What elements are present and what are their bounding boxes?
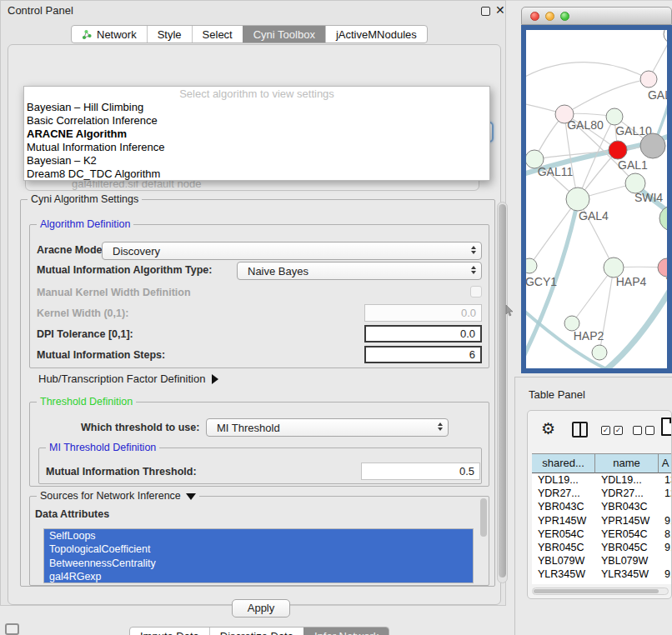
table-header-row: shared...nameA: [532, 454, 672, 473]
node-label: SWI4: [634, 191, 663, 204]
algorithm-option[interactable]: Dream8 DC_TDC Algorithm: [24, 168, 489, 181]
close-traffic-light-icon[interactable]: [530, 12, 539, 21]
algorithm-option[interactable]: Basic Correlation Inference: [24, 114, 489, 128]
table-cell: YER054C: [532, 528, 595, 541]
group-title: MI Threshold Definition: [46, 442, 159, 453]
float-window-icon[interactable]: [481, 7, 490, 16]
algorithm-option[interactable]: Mutual Information Inference: [24, 141, 489, 154]
table-cell: YDL19...: [532, 473, 595, 487]
mi-steps-field[interactable]: 6: [364, 346, 482, 363]
aracne-mode-select[interactable]: Discovery: [102, 242, 482, 260]
column-layout-icon[interactable]: [572, 422, 588, 438]
table-row[interactable]: YBR043CYBR043C: [532, 500, 672, 513]
cyni-toolbox-panel: gal4filtered.sif default node Select alg…: [8, 44, 501, 605]
network-node[interactable]: [606, 108, 623, 125]
algorithm-option[interactable]: Bayesian – Hill Climbing: [24, 101, 489, 114]
table-horizontal-scrollbar[interactable]: [532, 588, 669, 595]
network-window-titlebar[interactable]: [521, 7, 672, 25]
which-threshold-label: Which threshold to use:: [81, 422, 199, 433]
gear-icon[interactable]: ⚙: [541, 419, 555, 438]
network-node[interactable]: [592, 345, 607, 360]
select-all-columns-icon[interactable]: ✓ ✓: [601, 426, 623, 435]
table-row[interactable]: YBL079WYBL079W: [532, 554, 672, 568]
tab-infer-network[interactable]: Infer Network: [303, 628, 389, 635]
tab-discretize-data[interactable]: Discretize Data: [209, 628, 303, 635]
network-node[interactable]: [566, 188, 589, 211]
algorithm-option[interactable]: Bayesian – K2: [24, 154, 489, 168]
table-cell: YLR345W: [532, 568, 595, 581]
network-node[interactable]: [640, 133, 665, 158]
data-attribute-item[interactable]: TopologicalCoefficient: [44, 542, 473, 556]
table-cell: YBL079W: [595, 554, 659, 568]
table-row[interactable]: YIL052CYIL052C0.: [532, 582, 672, 585]
checked-box-icon: ✓: [614, 426, 623, 435]
deselect-all-columns-icon[interactable]: [633, 426, 654, 435]
table-toolbar: ⚙ ✓ ✓: [528, 411, 671, 451]
network-node[interactable]: [658, 258, 667, 277]
table-cell: YPR145W: [532, 514, 595, 528]
table-cell: YBR045C: [595, 541, 659, 554]
network-node[interactable]: [659, 206, 667, 231]
minimize-traffic-light-icon[interactable]: [545, 12, 554, 21]
table-row[interactable]: YBR045CYBR045C9.: [532, 541, 672, 554]
data-attribute-item[interactable]: SelfLoops: [44, 529, 473, 542]
network-node[interactable]: [609, 141, 627, 159]
tab-cyni-toolbox[interactable]: Cyni Toolbox: [243, 26, 325, 42]
minimized-panel-icon[interactable]: [5, 623, 19, 635]
collapse-arrow-icon: [186, 493, 196, 500]
network-node[interactable]: [526, 258, 537, 273]
new-table-icon[interactable]: [661, 418, 672, 436]
algorithm-option[interactable]: ARACNE Algorithm: [24, 128, 489, 141]
column-header[interactable]: name: [595, 454, 659, 473]
table-row[interactable]: YDL19...YDL19...13: [532, 473, 672, 487]
settings-scrollbar[interactable]: [497, 202, 508, 583]
table-cell: YBR043C: [595, 500, 659, 513]
table-cell: YDL19...: [595, 473, 659, 487]
cyni-bottom-tab-bar: Impute DataDiscretize DataInfer Network: [129, 627, 389, 635]
table-row[interactable]: YLR345WYLR345W9.: [532, 568, 672, 581]
table-cell: 8.: [659, 528, 672, 541]
data-attribute-item[interactable]: gal4RGexp: [44, 570, 473, 583]
network-canvas[interactable]: GALGAL80GAL10GAL1GAL11SWI4GAL4GCY1HAP4YH…: [521, 25, 672, 373]
table-cell: 0.: [659, 582, 672, 585]
tab-label: Discretize Data: [220, 630, 293, 635]
scrollbar-thumb[interactable]: [534, 589, 659, 593]
table-row[interactable]: YDR27...YDR27...12: [532, 487, 672, 500]
node-label: Y: [665, 275, 667, 288]
scrollbar-thumb[interactable]: [499, 204, 506, 578]
threshold-definition-group: Threshold Definition Which threshold to …: [29, 402, 489, 487]
manual-kernel-checkbox[interactable]: [470, 286, 482, 298]
column-header[interactable]: A: [659, 454, 672, 473]
list-scrollbar[interactable]: [480, 498, 487, 537]
selected-value: Naive Bayes: [248, 265, 308, 278]
node-label: GAL1: [618, 158, 648, 172]
column-header[interactable]: shared...: [532, 454, 595, 473]
tab-label: Network: [97, 28, 137, 41]
sources-group: Sources for Network Inference Data Attri…: [29, 496, 489, 586]
tab-select[interactable]: Select: [192, 26, 243, 42]
table-cell: YLR345W: [595, 568, 659, 581]
panel-divider: [514, 377, 672, 378]
tab-impute-data[interactable]: Impute Data: [130, 628, 209, 635]
selected-value: MI Threshold: [217, 422, 280, 434]
mi-threshold-field[interactable]: 0.5: [361, 462, 480, 480]
table-cell: 9.: [659, 541, 672, 554]
which-threshold-select[interactable]: MI Threshold: [206, 418, 449, 437]
table-row[interactable]: YER054CYER054C8.: [532, 528, 672, 541]
table-row[interactable]: YPR145WYPR145W9.: [532, 514, 672, 528]
close-icon[interactable]: ✕: [495, 3, 505, 17]
dpi-tolerance-field[interactable]: 0.0: [364, 325, 482, 342]
data-attribute-item[interactable]: BetweennessCentrality: [44, 557, 473, 570]
apply-button[interactable]: Apply: [232, 599, 290, 618]
network-node[interactable]: [640, 71, 657, 88]
mi-algorithm-type-select[interactable]: Naive Bayes: [237, 262, 482, 280]
tab-jactivemnodules[interactable]: jActiveMNodules: [325, 26, 427, 42]
network-node[interactable]: [664, 30, 667, 43]
tab-label: Cyni Toolbox: [253, 28, 315, 41]
zoom-traffic-light-icon[interactable]: [560, 12, 569, 21]
table-panel: ⚙ ✓ ✓ shared...nameA YDL19...YDL19...13Y…: [527, 410, 672, 599]
control-panel-window: Control Panel ✕ NetworkStyleSelectCyni T…: [0, 0, 506, 606]
tab-network[interactable]: Network: [72, 26, 147, 42]
hub-definition-expander[interactable]: Hub/Transcription Factor Definition: [38, 372, 218, 385]
tab-style[interactable]: Style: [147, 26, 192, 42]
